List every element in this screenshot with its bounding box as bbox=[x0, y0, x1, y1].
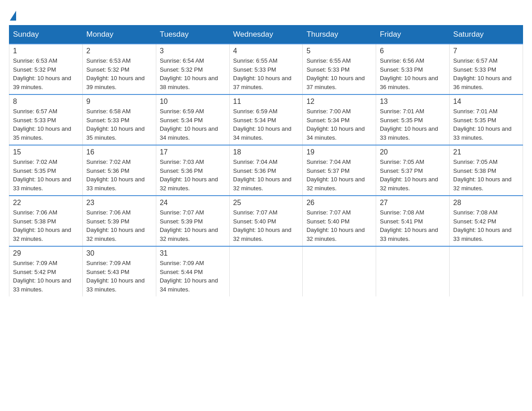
page-header bbox=[9, 9, 523, 21]
calendar-cell: 7 Sunrise: 6:57 AMSunset: 5:33 PMDayligh… bbox=[450, 44, 523, 94]
calendar-cell: 1 Sunrise: 6:53 AMSunset: 5:32 PMDayligh… bbox=[9, 44, 83, 94]
calendar-cell bbox=[303, 246, 376, 296]
day-number: 25 bbox=[233, 199, 299, 207]
day-number: 28 bbox=[453, 199, 519, 207]
calendar-cell: 10 Sunrise: 6:59 AMSunset: 5:34 PMDaylig… bbox=[156, 94, 229, 145]
calendar-week-row: 8 Sunrise: 6:57 AMSunset: 5:33 PMDayligh… bbox=[9, 94, 523, 145]
day-number: 13 bbox=[380, 98, 446, 106]
calendar-week-row: 22 Sunrise: 7:06 AMSunset: 5:38 PMDaylig… bbox=[9, 196, 523, 246]
day-number: 22 bbox=[13, 199, 79, 207]
day-info: Sunrise: 6:56 AMSunset: 5:33 PMDaylight:… bbox=[380, 56, 446, 91]
calendar-cell: 19 Sunrise: 7:04 AMSunset: 5:37 PMDaylig… bbox=[303, 145, 376, 196]
column-header-friday: Friday bbox=[376, 26, 450, 44]
calendar-cell: 27 Sunrise: 7:08 AMSunset: 5:41 PMDaylig… bbox=[376, 196, 450, 246]
day-number: 18 bbox=[233, 148, 299, 156]
day-info: Sunrise: 7:08 AMSunset: 5:42 PMDaylight:… bbox=[453, 208, 519, 243]
day-number: 2 bbox=[86, 47, 152, 55]
calendar-cell: 16 Sunrise: 7:02 AMSunset: 5:36 PMDaylig… bbox=[82, 145, 156, 196]
day-number: 20 bbox=[380, 148, 446, 156]
day-number: 3 bbox=[160, 47, 226, 55]
calendar-cell: 29 Sunrise: 7:09 AMSunset: 5:42 PMDaylig… bbox=[9, 246, 83, 296]
calendar-cell: 21 Sunrise: 7:05 AMSunset: 5:38 PMDaylig… bbox=[450, 145, 523, 196]
day-info: Sunrise: 6:55 AMSunset: 5:33 PMDaylight:… bbox=[306, 56, 372, 91]
calendar-cell bbox=[229, 246, 303, 296]
day-number: 16 bbox=[86, 148, 152, 156]
calendar-header-row: SundayMondayTuesdayWednesdayThursdayFrid… bbox=[9, 26, 523, 44]
calendar-cell: 31 Sunrise: 7:09 AMSunset: 5:44 PMDaylig… bbox=[156, 246, 229, 296]
day-info: Sunrise: 7:01 AMSunset: 5:35 PMDaylight:… bbox=[380, 107, 446, 142]
calendar-cell: 15 Sunrise: 7:02 AMSunset: 5:35 PMDaylig… bbox=[9, 145, 83, 196]
day-number: 12 bbox=[306, 98, 372, 106]
day-info: Sunrise: 7:05 AMSunset: 5:38 PMDaylight:… bbox=[453, 158, 519, 193]
day-number: 29 bbox=[13, 249, 79, 257]
day-info: Sunrise: 7:01 AMSunset: 5:35 PMDaylight:… bbox=[453, 107, 519, 142]
day-info: Sunrise: 7:06 AMSunset: 5:38 PMDaylight:… bbox=[13, 208, 79, 243]
logo bbox=[9, 9, 16, 21]
day-info: Sunrise: 7:09 AMSunset: 5:44 PMDaylight:… bbox=[160, 259, 226, 294]
calendar-cell: 20 Sunrise: 7:05 AMSunset: 5:37 PMDaylig… bbox=[376, 145, 450, 196]
calendar-week-row: 15 Sunrise: 7:02 AMSunset: 5:35 PMDaylig… bbox=[9, 145, 523, 196]
day-info: Sunrise: 6:54 AMSunset: 5:32 PMDaylight:… bbox=[160, 56, 226, 91]
logo-triangle-icon bbox=[10, 11, 16, 21]
day-info: Sunrise: 7:06 AMSunset: 5:39 PMDaylight:… bbox=[86, 208, 152, 243]
day-info: Sunrise: 6:57 AMSunset: 5:33 PMDaylight:… bbox=[13, 107, 79, 142]
calendar-cell: 24 Sunrise: 7:07 AMSunset: 5:39 PMDaylig… bbox=[156, 196, 229, 246]
calendar-cell bbox=[450, 246, 523, 296]
day-info: Sunrise: 6:59 AMSunset: 5:34 PMDaylight:… bbox=[160, 107, 226, 142]
day-info: Sunrise: 6:57 AMSunset: 5:33 PMDaylight:… bbox=[453, 56, 519, 91]
day-number: 8 bbox=[13, 98, 79, 106]
column-header-wednesday: Wednesday bbox=[229, 26, 303, 44]
calendar-cell: 22 Sunrise: 7:06 AMSunset: 5:38 PMDaylig… bbox=[9, 196, 83, 246]
calendar-cell: 5 Sunrise: 6:55 AMSunset: 5:33 PMDayligh… bbox=[303, 44, 376, 94]
day-info: Sunrise: 6:59 AMSunset: 5:34 PMDaylight:… bbox=[233, 107, 299, 142]
day-number: 31 bbox=[160, 249, 226, 257]
day-info: Sunrise: 7:07 AMSunset: 5:40 PMDaylight:… bbox=[306, 208, 372, 243]
column-header-saturday: Saturday bbox=[450, 26, 523, 44]
calendar-cell: 28 Sunrise: 7:08 AMSunset: 5:42 PMDaylig… bbox=[450, 196, 523, 246]
calendar-table: SundayMondayTuesdayWednesdayThursdayFrid… bbox=[9, 25, 523, 296]
day-number: 17 bbox=[160, 148, 226, 156]
day-number: 26 bbox=[306, 199, 372, 207]
calendar-cell: 14 Sunrise: 7:01 AMSunset: 5:35 PMDaylig… bbox=[450, 94, 523, 145]
day-info: Sunrise: 6:58 AMSunset: 5:33 PMDaylight:… bbox=[86, 107, 152, 142]
day-info: Sunrise: 7:05 AMSunset: 5:37 PMDaylight:… bbox=[380, 158, 446, 193]
day-number: 15 bbox=[13, 148, 79, 156]
day-info: Sunrise: 7:08 AMSunset: 5:41 PMDaylight:… bbox=[380, 208, 446, 243]
day-info: Sunrise: 7:00 AMSunset: 5:34 PMDaylight:… bbox=[306, 107, 372, 142]
day-number: 11 bbox=[233, 98, 299, 106]
day-info: Sunrise: 7:07 AMSunset: 5:40 PMDaylight:… bbox=[233, 208, 299, 243]
day-info: Sunrise: 7:07 AMSunset: 5:39 PMDaylight:… bbox=[160, 208, 226, 243]
day-number: 4 bbox=[233, 47, 299, 55]
calendar-week-row: 29 Sunrise: 7:09 AMSunset: 5:42 PMDaylig… bbox=[9, 246, 523, 296]
day-info: Sunrise: 7:03 AMSunset: 5:36 PMDaylight:… bbox=[160, 158, 226, 193]
day-number: 6 bbox=[380, 47, 446, 55]
day-number: 9 bbox=[86, 98, 152, 106]
day-number: 30 bbox=[86, 249, 152, 257]
day-info: Sunrise: 6:53 AMSunset: 5:32 PMDaylight:… bbox=[13, 56, 79, 91]
day-number: 5 bbox=[306, 47, 372, 55]
calendar-cell: 13 Sunrise: 7:01 AMSunset: 5:35 PMDaylig… bbox=[376, 94, 450, 145]
calendar-cell: 25 Sunrise: 7:07 AMSunset: 5:40 PMDaylig… bbox=[229, 196, 303, 246]
calendar-cell: 6 Sunrise: 6:56 AMSunset: 5:33 PMDayligh… bbox=[376, 44, 450, 94]
column-header-tuesday: Tuesday bbox=[156, 26, 229, 44]
day-info: Sunrise: 6:53 AMSunset: 5:32 PMDaylight:… bbox=[86, 56, 152, 91]
day-number: 27 bbox=[380, 199, 446, 207]
day-number: 7 bbox=[453, 47, 519, 55]
day-info: Sunrise: 7:04 AMSunset: 5:37 PMDaylight:… bbox=[306, 158, 372, 193]
calendar-cell: 11 Sunrise: 6:59 AMSunset: 5:34 PMDaylig… bbox=[229, 94, 303, 145]
calendar-cell: 17 Sunrise: 7:03 AMSunset: 5:36 PMDaylig… bbox=[156, 145, 229, 196]
calendar-cell: 18 Sunrise: 7:04 AMSunset: 5:36 PMDaylig… bbox=[229, 145, 303, 196]
day-number: 1 bbox=[13, 47, 79, 55]
day-info: Sunrise: 6:55 AMSunset: 5:33 PMDaylight:… bbox=[233, 56, 299, 91]
calendar-cell: 9 Sunrise: 6:58 AMSunset: 5:33 PMDayligh… bbox=[82, 94, 156, 145]
day-info: Sunrise: 7:02 AMSunset: 5:35 PMDaylight:… bbox=[13, 158, 79, 193]
calendar-week-row: 1 Sunrise: 6:53 AMSunset: 5:32 PMDayligh… bbox=[9, 44, 523, 94]
day-number: 23 bbox=[86, 199, 152, 207]
day-info: Sunrise: 7:04 AMSunset: 5:36 PMDaylight:… bbox=[233, 158, 299, 193]
day-number: 19 bbox=[306, 148, 372, 156]
day-number: 14 bbox=[453, 98, 519, 106]
day-number: 10 bbox=[160, 98, 226, 106]
calendar-cell: 12 Sunrise: 7:00 AMSunset: 5:34 PMDaylig… bbox=[303, 94, 376, 145]
day-number: 21 bbox=[453, 148, 519, 156]
column-header-sunday: Sunday bbox=[9, 26, 83, 44]
